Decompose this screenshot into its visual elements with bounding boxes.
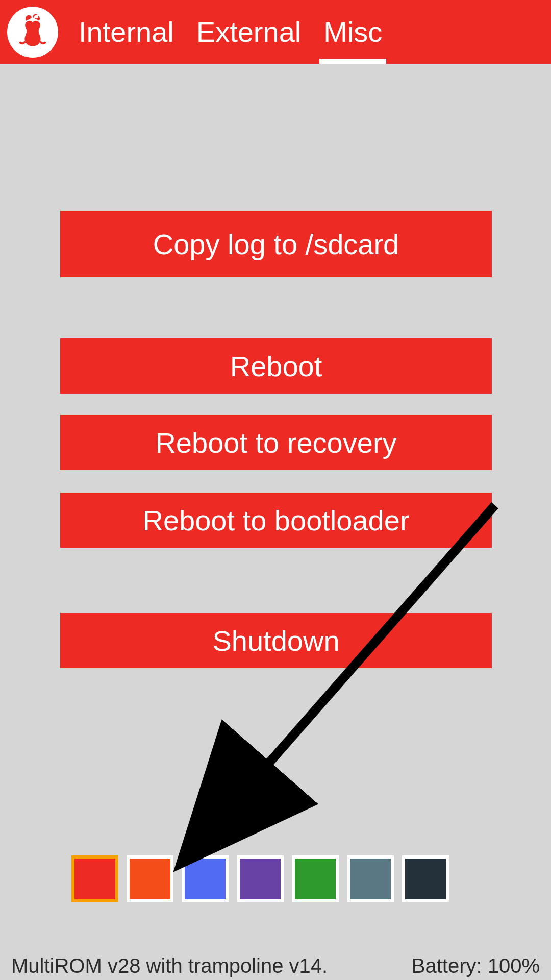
tab-internal[interactable]: Internal [74, 0, 178, 64]
button-label: Shutdown [212, 624, 339, 657]
tab-bar: Internal External Misc [74, 0, 386, 64]
tab-external[interactable]: External [192, 0, 305, 64]
color-swatch-orange[interactable] [127, 855, 173, 902]
button-label: Copy log to /sdcard [153, 228, 399, 261]
tab-label: External [196, 15, 301, 48]
color-swatch-red[interactable] [71, 855, 118, 902]
color-swatch-green[interactable] [292, 855, 339, 902]
battery-text: Battery: 100% [412, 954, 540, 977]
shutdown-button[interactable]: Shutdown [60, 613, 492, 668]
button-label: Reboot [230, 350, 322, 383]
color-swatch-slate[interactable] [347, 855, 394, 902]
hydra-icon [13, 11, 53, 53]
copy-log-button[interactable]: Copy log to /sdcard [60, 211, 492, 277]
button-label: Reboot to recovery [155, 426, 396, 459]
main-panel: Copy log to /sdcard Reboot Reboot to rec… [0, 64, 551, 951]
color-swatch-purple[interactable] [237, 855, 284, 902]
reboot-button[interactable]: Reboot [60, 338, 492, 394]
button-label: Reboot to bootloader [142, 504, 409, 537]
color-swatch-blue[interactable] [182, 855, 229, 902]
tab-label: Misc [323, 15, 382, 48]
color-swatch-row [71, 855, 449, 902]
tab-misc[interactable]: Misc [319, 0, 386, 64]
version-text: MultiROM v28 with trampoline v14. [11, 954, 328, 977]
header-bar: Internal External Misc [0, 0, 551, 64]
color-swatch-dark[interactable] [402, 855, 449, 902]
app-logo [7, 7, 58, 58]
reboot-recovery-button[interactable]: Reboot to recovery [60, 415, 492, 470]
status-bar: MultiROM v28 with trampoline v14. Batter… [0, 951, 551, 980]
tab-label: Internal [79, 15, 174, 48]
reboot-bootloader-button[interactable]: Reboot to bootloader [60, 493, 492, 548]
